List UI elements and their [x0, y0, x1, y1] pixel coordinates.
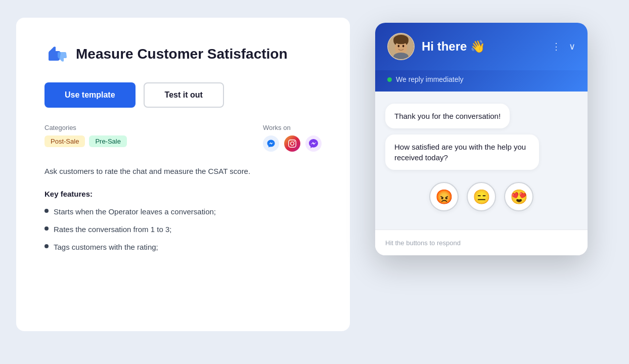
works-on-label: Works on: [263, 124, 322, 131]
chat-header-actions: ⋮ ∨: [552, 41, 575, 52]
facebook-messenger-icon: [305, 135, 322, 152]
left-panel: Measure Customer Satisfaction Use templa…: [16, 18, 350, 331]
categories-section: Categories Post-Sale Pre-Sale: [44, 124, 127, 147]
bullet-icon: [44, 244, 49, 248]
chat-bubble-1: Thank you for the conversation!: [385, 104, 510, 128]
list-item: Starts when the Operator leaves a conver…: [44, 206, 322, 217]
svg-point-7: [393, 53, 409, 60]
reply-status-bar: We reply immediately: [375, 70, 588, 92]
emoji-love-button[interactable]: 😍: [504, 182, 533, 211]
works-on-section: Works on: [263, 124, 322, 152]
description: Ask customers to rate the chat and measu…: [44, 166, 322, 177]
chat-greeting: Hi there 👋: [422, 39, 485, 54]
test-it-out-button[interactable]: Test it out: [144, 82, 224, 108]
chat-body: Thank you for the conversation! How sati…: [375, 92, 588, 230]
svg-point-6: [402, 45, 405, 48]
tags-row: Post-Sale Pre-Sale: [44, 135, 127, 147]
tag-pre-sale: Pre-Sale: [89, 135, 127, 147]
messenger-icon: [263, 135, 279, 152]
title-row: Measure Customer Satisfaction: [44, 42, 322, 66]
bullet-icon: [44, 226, 49, 231]
right-panel: Hi there 👋 ⋮ ∨ We reply immediately Than…: [350, 18, 613, 260]
more-options-icon[interactable]: ⋮: [552, 41, 561, 52]
emoji-angry-button[interactable]: 😡: [429, 182, 459, 211]
emoji-neutral-button[interactable]: 😑: [467, 182, 496, 211]
status-dot: [387, 77, 392, 82]
emoji-buttons-row: 😡 😑 😍: [385, 176, 577, 217]
chat-header: Hi there 👋 ⋮ ∨: [375, 23, 588, 70]
buttons-row: Use template Test it out: [44, 82, 322, 108]
page-title: Measure Customer Satisfaction: [76, 46, 288, 63]
tag-post-sale: Post-Sale: [44, 135, 85, 147]
page-container: Measure Customer Satisfaction Use templa…: [16, 18, 613, 346]
collapse-icon[interactable]: ∨: [569, 41, 575, 52]
meta-row: Categories Post-Sale Pre-Sale Works on: [44, 124, 322, 152]
svg-point-4: [393, 35, 409, 44]
avatar-image: [388, 34, 414, 59]
chat-header-left: Hi there 👋: [387, 33, 485, 60]
chat-footer: Hit the buttons to respond: [375, 230, 588, 255]
svg-point-5: [398, 45, 400, 48]
key-features-title: Key features:: [44, 190, 322, 198]
status-text: We reply immediately: [396, 75, 464, 83]
categories-label: Categories: [44, 124, 127, 131]
bullet-icon: [44, 209, 49, 213]
works-on-icons: [263, 135, 322, 152]
list-item: Rates the conversation from 1 to 3;: [44, 224, 322, 235]
chat-widget: Hi there 👋 ⋮ ∨ We reply immediately Than…: [375, 23, 588, 255]
footer-hint: Hit the buttons to respond: [385, 239, 461, 247]
use-template-button[interactable]: Use template: [44, 82, 136, 108]
chat-bubble-2: How satisfied are you with the help you …: [385, 134, 539, 170]
features-list: Starts when the Operator leaves a conver…: [44, 206, 322, 252]
avatar: [387, 33, 415, 60]
instagram-icon: [284, 135, 300, 152]
list-item: Tags customers with the rating;: [44, 242, 322, 252]
satisfaction-icon: [44, 42, 69, 66]
